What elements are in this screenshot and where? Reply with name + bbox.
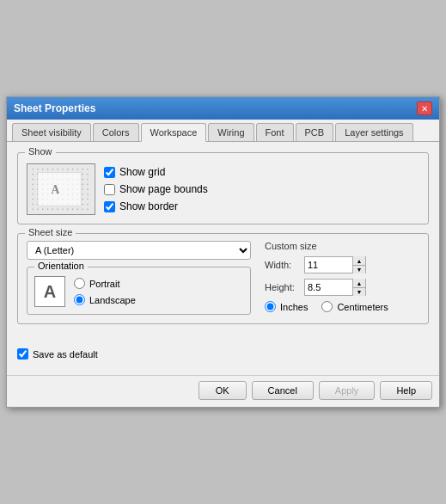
save-default-checkbox[interactable] [17, 348, 28, 360]
orientation-label: Orientation [34, 261, 88, 271]
show-group: Show [17, 152, 429, 224]
orientation-icon: A [34, 276, 65, 307]
height-spin-down[interactable]: ▼ [353, 287, 365, 296]
height-label: Height: [265, 282, 299, 292]
centimeters-label: Centimeters [337, 302, 388, 312]
svg-point-13 [32, 174, 34, 175]
svg-point-3 [42, 169, 44, 170]
right-column: Custom size Width: ▲ ▼ Height: [265, 241, 419, 315]
show-border-checkbox[interactable] [104, 201, 115, 212]
tab-bar: Sheet visibility Colors Workspace Wiring… [7, 120, 439, 142]
width-input[interactable] [305, 257, 352, 273]
svg-point-4 [47, 169, 49, 170]
unit-row: Inches Centimeters [265, 301, 419, 312]
tab-font[interactable]: Font [256, 123, 294, 141]
grid-preview: A [27, 163, 95, 215]
tab-colors[interactable]: Colors [93, 123, 139, 141]
svg-point-61 [32, 194, 34, 195]
svg-text:A: A [51, 183, 59, 196]
show-border-checkbox-row[interactable]: Show border [104, 200, 208, 212]
height-input[interactable] [305, 280, 352, 295]
svg-point-104 [67, 208, 69, 210]
svg-point-6 [57, 169, 58, 170]
svg-point-35 [82, 179, 83, 181]
orientation-radio-group: Portrait Landscape [74, 278, 136, 305]
bottom-area: Save as default [7, 343, 439, 375]
save-default-label: Save as default [33, 349, 98, 360]
show-grid-checkbox[interactable] [104, 167, 115, 178]
sheet-size-group-label: Sheet size [25, 227, 76, 237]
width-label: Width: [265, 260, 299, 270]
svg-point-84 [87, 199, 89, 200]
orientation-group: Orientation A Portrait Landscape [27, 267, 251, 315]
height-spin-up[interactable]: ▲ [353, 279, 365, 287]
svg-point-85 [32, 204, 34, 206]
sheet-size-group: Sheet size A (Letter) A4 A3 A2 Custom Or… [17, 233, 429, 324]
centimeters-radio[interactable] [321, 301, 333, 312]
help-button[interactable]: Help [380, 381, 432, 400]
svg-point-10 [77, 169, 79, 170]
svg-point-7 [62, 169, 64, 170]
tab-pcb[interactable]: PCB [296, 123, 334, 141]
portrait-radio-row[interactable]: Portrait [74, 278, 136, 289]
show-section: A Show grid Show page bounds Sho [27, 160, 419, 215]
show-group-label: Show [25, 146, 56, 157]
workspace-tab-content: Show [7, 142, 439, 343]
show-page-bounds-label: Show page bounds [119, 183, 208, 195]
inches-label: Inches [280, 302, 308, 312]
portrait-radio[interactable] [74, 278, 85, 289]
show-grid-label: Show grid [119, 166, 165, 178]
tab-layer-settings[interactable]: Layer settings [335, 123, 412, 141]
svg-point-12 [87, 169, 89, 170]
width-spin-up[interactable]: ▲ [353, 256, 365, 265]
inches-radio-row[interactable]: Inches [265, 301, 308, 312]
width-spin-down[interactable]: ▼ [353, 265, 365, 274]
svg-point-98 [37, 208, 39, 210]
portrait-label: Portrait [89, 279, 119, 289]
show-page-bounds-checkbox[interactable] [104, 184, 115, 195]
cancel-button[interactable]: Cancel [252, 381, 314, 400]
ok-button[interactable]: OK [199, 381, 247, 400]
svg-point-23 [82, 174, 83, 175]
width-spin-buttons: ▲ ▼ [352, 256, 365, 274]
svg-point-107 [82, 208, 83, 210]
width-spinner: ▲ ▼ [304, 256, 366, 274]
show-grid-checkbox-row[interactable]: Show grid [104, 166, 208, 178]
svg-point-100 [47, 208, 49, 210]
svg-point-60 [87, 188, 89, 190]
landscape-radio[interactable] [74, 294, 85, 305]
tab-sheet-visibility[interactable]: Sheet visibility [12, 123, 91, 141]
sheet-size-dropdown[interactable]: A (Letter) A4 A3 A2 Custom [27, 241, 251, 260]
show-page-bounds-checkbox-row[interactable]: Show page bounds [104, 183, 208, 195]
height-row: Height: ▲ ▼ [265, 279, 419, 296]
height-spinner: ▲ ▼ [304, 279, 366, 296]
svg-point-95 [82, 204, 83, 206]
centimeters-radio-row[interactable]: Centimeters [321, 301, 388, 312]
show-border-label: Show border [119, 200, 178, 212]
landscape-radio-row[interactable]: Landscape [74, 294, 136, 305]
tab-workspace[interactable]: Workspace [141, 123, 207, 142]
svg-point-2 [37, 169, 39, 170]
apply-button[interactable]: Apply [319, 381, 376, 400]
svg-point-8 [67, 169, 69, 170]
svg-point-101 [52, 208, 54, 210]
window-title: Sheet Properties [14, 102, 95, 114]
inches-radio[interactable] [265, 301, 276, 312]
landscape-label: Landscape [89, 295, 136, 305]
custom-size-label: Custom size [265, 241, 419, 251]
height-spin-buttons: ▲ ▼ [352, 279, 365, 296]
sheet-size-section: A (Letter) A4 A3 A2 Custom Orientation A [27, 241, 419, 315]
show-checkboxes: Show grid Show page bounds Show border [104, 163, 208, 215]
svg-point-105 [72, 208, 74, 210]
save-default-row[interactable]: Save as default [17, 348, 429, 360]
left-column: A (Letter) A4 A3 A2 Custom Orientation A [27, 241, 251, 315]
svg-point-83 [82, 199, 83, 200]
sheet-properties-dialog: Sheet Properties ✕ Sheet visibility Colo… [6, 96, 440, 408]
svg-point-73 [32, 199, 34, 200]
close-button[interactable]: ✕ [417, 101, 432, 115]
svg-point-48 [87, 183, 89, 185]
tab-wiring[interactable]: Wiring [208, 123, 254, 141]
svg-point-49 [32, 188, 34, 190]
svg-point-24 [87, 174, 89, 175]
svg-point-97 [32, 208, 34, 210]
